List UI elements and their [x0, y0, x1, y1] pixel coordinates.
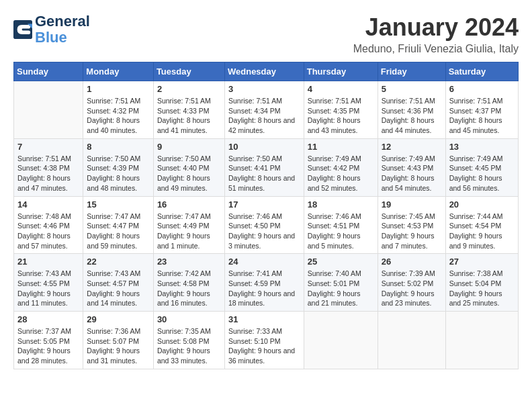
day-number: 2 [157, 84, 221, 94]
day-number: 19 [382, 199, 442, 210]
day-number: 22 [87, 257, 150, 267]
calendar-cell [445, 312, 518, 369]
calendar-cell: 7Sunrise: 7:51 AMSunset: 4:38 PMDaylight… [14, 138, 83, 196]
day-info: Sunrise: 7:40 AMSunset: 5:01 PMDaylight:… [308, 269, 374, 308]
day-number: 9 [157, 142, 221, 152]
calendar-week-row: 21Sunrise: 7:43 AMSunset: 4:55 PMDayligh… [14, 254, 519, 312]
day-number: 5 [382, 84, 442, 94]
weekday-header: Tuesday [153, 62, 224, 81]
day-info: Sunrise: 7:43 AMSunset: 4:55 PMDaylight:… [17, 269, 79, 308]
day-info: Sunrise: 7:50 AMSunset: 4:39 PMDaylight:… [87, 154, 150, 193]
weekday-header: Monday [83, 62, 154, 81]
day-number: 27 [449, 257, 515, 267]
calendar-cell: 8Sunrise: 7:50 AMSunset: 4:39 PMDaylight… [83, 138, 154, 196]
day-info: Sunrise: 7:51 AMSunset: 4:34 PMDaylight:… [228, 96, 300, 136]
day-info: Sunrise: 7:50 AMSunset: 4:40 PMDaylight:… [157, 154, 221, 193]
calendar-cell: 14Sunrise: 7:48 AMSunset: 4:46 PMDayligh… [14, 196, 83, 254]
day-number: 29 [87, 314, 150, 324]
calendar-week-row: 28Sunrise: 7:37 AMSunset: 5:05 PMDayligh… [14, 312, 519, 369]
day-number: 7 [17, 142, 79, 152]
calendar-cell: 16Sunrise: 7:47 AMSunset: 4:49 PMDayligh… [153, 196, 224, 254]
calendar-cell: 11Sunrise: 7:49 AMSunset: 4:42 PMDayligh… [304, 138, 378, 196]
day-info: Sunrise: 7:50 AMSunset: 4:41 PMDaylight:… [228, 154, 300, 193]
calendar-cell: 1Sunrise: 7:51 AMSunset: 4:32 PMDaylight… [83, 81, 154, 139]
svg-rect-0 [13, 20, 32, 39]
weekday-header: Wednesday [224, 62, 304, 81]
calendar-week-row: 1Sunrise: 7:51 AMSunset: 4:32 PMDaylight… [14, 81, 519, 139]
day-number: 11 [308, 142, 374, 152]
calendar-cell: 21Sunrise: 7:43 AMSunset: 4:55 PMDayligh… [14, 254, 83, 312]
day-info: Sunrise: 7:51 AMSunset: 4:36 PMDaylight:… [382, 96, 442, 136]
weekday-header: Sunday [14, 62, 83, 81]
day-number: 16 [157, 199, 221, 210]
day-number: 3 [228, 84, 300, 94]
calendar-cell: 31Sunrise: 7:33 AMSunset: 5:10 PMDayligh… [224, 312, 304, 369]
calendar-cell: 23Sunrise: 7:42 AMSunset: 4:58 PMDayligh… [153, 254, 224, 312]
day-info: Sunrise: 7:46 AMSunset: 4:50 PMDaylight:… [228, 212, 300, 251]
day-info: Sunrise: 7:47 AMSunset: 4:47 PMDaylight:… [87, 212, 150, 251]
day-info: Sunrise: 7:49 AMSunset: 4:45 PMDaylight:… [449, 154, 515, 193]
day-info: Sunrise: 7:47 AMSunset: 4:49 PMDaylight:… [157, 212, 221, 251]
day-number: 31 [228, 314, 300, 324]
calendar-cell: 3Sunrise: 7:51 AMSunset: 4:34 PMDaylight… [224, 81, 304, 139]
day-info: Sunrise: 7:49 AMSunset: 4:42 PMDaylight:… [308, 154, 374, 193]
calendar-cell: 13Sunrise: 7:49 AMSunset: 4:45 PMDayligh… [445, 138, 518, 196]
day-number: 12 [382, 142, 442, 152]
day-number: 24 [228, 257, 300, 267]
calendar-cell: 26Sunrise: 7:39 AMSunset: 5:02 PMDayligh… [378, 254, 445, 312]
day-info: Sunrise: 7:51 AMSunset: 4:32 PMDaylight:… [87, 96, 150, 136]
day-number: 17 [228, 199, 300, 210]
calendar-cell: 5Sunrise: 7:51 AMSunset: 4:36 PMDaylight… [378, 81, 445, 139]
day-info: Sunrise: 7:37 AMSunset: 5:05 PMDaylight:… [17, 326, 79, 366]
calendar-cell: 28Sunrise: 7:37 AMSunset: 5:05 PMDayligh… [14, 312, 83, 369]
calendar-cell: 27Sunrise: 7:38 AMSunset: 5:04 PMDayligh… [445, 254, 518, 312]
calendar-subtitle: Meduno, Friuli Venezia Giulia, Italy [353, 43, 519, 55]
day-info: Sunrise: 7:43 AMSunset: 4:57 PMDaylight:… [87, 269, 150, 308]
day-number: 4 [308, 84, 374, 94]
title-area: January 2024 Meduno, Friuli Venezia Giul… [353, 13, 519, 55]
day-info: Sunrise: 7:51 AMSunset: 4:37 PMDaylight:… [449, 96, 515, 136]
calendar-cell: 18Sunrise: 7:46 AMSunset: 4:51 PMDayligh… [304, 196, 378, 254]
day-info: Sunrise: 7:33 AMSunset: 5:10 PMDaylight:… [228, 326, 300, 366]
day-number: 23 [157, 257, 221, 267]
calendar-cell [378, 312, 445, 369]
calendar-cell: 24Sunrise: 7:41 AMSunset: 4:59 PMDayligh… [224, 254, 304, 312]
logo: General Blue [13, 13, 90, 46]
day-info: Sunrise: 7:39 AMSunset: 5:02 PMDaylight:… [382, 269, 442, 308]
day-number: 20 [449, 199, 515, 210]
day-number: 13 [449, 142, 515, 152]
calendar-table: SundayMondayTuesdayWednesdayThursdayFrid… [13, 62, 519, 369]
calendar-cell: 10Sunrise: 7:50 AMSunset: 4:41 PMDayligh… [224, 138, 304, 196]
calendar-cell: 29Sunrise: 7:36 AMSunset: 5:07 PMDayligh… [83, 312, 154, 369]
day-info: Sunrise: 7:49 AMSunset: 4:43 PMDaylight:… [382, 154, 442, 193]
day-number: 21 [17, 257, 79, 267]
calendar-week-row: 14Sunrise: 7:48 AMSunset: 4:46 PMDayligh… [14, 196, 519, 254]
day-info: Sunrise: 7:41 AMSunset: 4:59 PMDaylight:… [228, 269, 300, 308]
calendar-cell: 2Sunrise: 7:51 AMSunset: 4:33 PMDaylight… [153, 81, 224, 139]
calendar-cell: 19Sunrise: 7:45 AMSunset: 4:53 PMDayligh… [378, 196, 445, 254]
weekday-header: Saturday [445, 62, 518, 81]
day-info: Sunrise: 7:51 AMSunset: 4:35 PMDaylight:… [308, 96, 374, 136]
day-number: 28 [17, 314, 79, 324]
logo-line1: General [35, 13, 90, 30]
day-info: Sunrise: 7:45 AMSunset: 4:53 PMDaylight:… [382, 212, 442, 251]
day-number: 30 [157, 314, 221, 324]
day-info: Sunrise: 7:42 AMSunset: 4:58 PMDaylight:… [157, 269, 221, 308]
day-number: 14 [17, 199, 79, 210]
page-header: General Blue January 2024 Meduno, Friuli… [13, 13, 519, 55]
calendar-cell: 22Sunrise: 7:43 AMSunset: 4:57 PMDayligh… [83, 254, 154, 312]
calendar-title: January 2024 [353, 13, 519, 42]
day-info: Sunrise: 7:48 AMSunset: 4:46 PMDaylight:… [17, 212, 79, 251]
day-number: 8 [87, 142, 150, 152]
day-number: 1 [87, 84, 150, 94]
day-number: 6 [449, 84, 515, 94]
header-row: SundayMondayTuesdayWednesdayThursdayFrid… [14, 62, 519, 81]
calendar-cell: 12Sunrise: 7:49 AMSunset: 4:43 PMDayligh… [378, 138, 445, 196]
calendar-cell: 25Sunrise: 7:40 AMSunset: 5:01 PMDayligh… [304, 254, 378, 312]
calendar-week-row: 7Sunrise: 7:51 AMSunset: 4:38 PMDaylight… [14, 138, 519, 196]
day-info: Sunrise: 7:36 AMSunset: 5:07 PMDaylight:… [87, 326, 150, 366]
day-info: Sunrise: 7:51 AMSunset: 4:38 PMDaylight:… [17, 154, 79, 193]
day-number: 18 [308, 199, 374, 210]
logo-icon [13, 20, 32, 39]
logo-line2: Blue [35, 30, 90, 46]
